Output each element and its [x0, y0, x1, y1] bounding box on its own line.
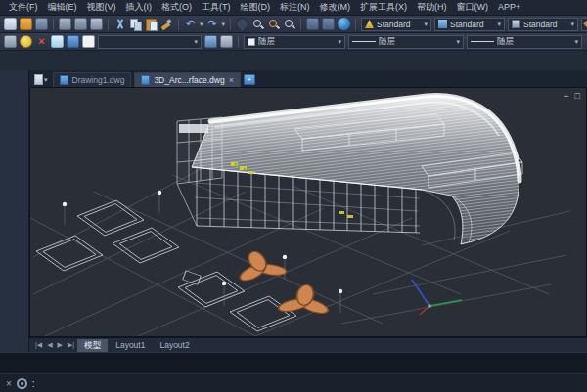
menu-bar: 文件(F) 编辑(E) 视图(V) 插入(I) 格式(O) 工具(T) 绘图(D… — [0, 0, 587, 16]
mleader-style-combo[interactable]: Standard — [581, 18, 587, 31]
layer-freeze-icon[interactable] — [51, 35, 64, 48]
menu-help[interactable]: 帮助(H) — [412, 0, 452, 15]
command-history[interactable] — [0, 353, 587, 373]
tab-layout1[interactable]: Layout1 — [109, 339, 152, 352]
layer-previous-icon[interactable] — [220, 35, 233, 48]
text-style-value: Standard — [377, 20, 421, 29]
layout-tab-bar: |◀ ◀ ▶ ▶| 模型 Layout1 Layout2 — [29, 337, 587, 352]
chevron-down-icon: ▾ — [571, 18, 575, 30]
copy-icon[interactable] — [129, 18, 142, 30]
tab-nav-first-icon[interactable]: |◀ — [33, 341, 44, 349]
menu-modify[interactable]: 修改(M) — [315, 0, 356, 15]
undo-caret-icon[interactable]: ▾ — [200, 18, 203, 30]
toolbar-separator — [53, 19, 54, 30]
plot-icon[interactable] — [59, 18, 71, 30]
menu-app-plus[interactable]: APP+ — [493, 0, 525, 15]
paste-icon[interactable] — [145, 18, 158, 30]
chevron-down-icon: ▾ — [456, 35, 460, 48]
text-style-combo[interactable]: Standard ▾ — [361, 18, 431, 31]
color-control-combo[interactable]: 随层 ▾ — [244, 35, 345, 49]
drawing-viewport[interactable]: − □ — [29, 87, 587, 337]
layer-unlock-icon[interactable] — [67, 35, 79, 48]
toolbar-separator — [230, 19, 231, 30]
menu-tools[interactable]: 工具(T) — [197, 0, 236, 15]
restore-window-icon[interactable]: □ — [575, 91, 580, 101]
close-tab-icon[interactable]: × — [229, 75, 234, 85]
menu-dimension[interactable]: 标注(N) — [275, 0, 315, 15]
menu-edit[interactable]: 编辑(E) — [43, 0, 82, 15]
toolbar-separator — [178, 19, 179, 30]
command-settings-icon[interactable] — [17, 378, 27, 389]
zoom-realtime-icon[interactable] — [251, 18, 264, 30]
lineweight-sample-icon — [471, 41, 494, 42]
toolbar-spacer-row — [0, 51, 587, 70]
menu-draw[interactable]: 绘图(D) — [236, 0, 276, 15]
mleader-style-icon — [583, 18, 587, 30]
document-tab-bar: ▾ Drawing1.dwg 3D_Arc...rface.dwg × + — [29, 70, 587, 87]
layers-properties-toolbar: × ▾ 随层 ▾ 随层 ▾ 随层 ▾ — [0, 33, 587, 51]
lineweight-control-combo[interactable]: 随层 ▾ — [467, 35, 582, 49]
linetype-control-combo[interactable]: 随层 ▾ — [348, 35, 464, 49]
designcenter-panel-icon[interactable] — [322, 18, 335, 30]
cut-icon[interactable] — [113, 18, 126, 30]
render-sphere-icon[interactable] — [338, 18, 350, 30]
layer-select-combo[interactable]: ▾ — [98, 35, 202, 49]
tab-drawing1[interactable]: Drawing1.dwg — [53, 72, 132, 87]
chevron-down-icon: ▾ — [194, 35, 198, 48]
chevron-down-icon: ▾ — [574, 35, 578, 48]
zoom-window-icon[interactable] — [267, 18, 280, 30]
close-command-icon[interactable]: × — [6, 378, 12, 389]
left-dock-strip — [0, 70, 29, 352]
facade-sign — [179, 124, 208, 133]
publish-icon[interactable] — [90, 18, 103, 30]
minimize-window-icon[interactable]: − — [564, 91, 568, 101]
zoom-previous-icon[interactable] — [283, 18, 295, 30]
table-style-value: Standard — [523, 20, 567, 29]
layer-color-swatch-icon[interactable] — [82, 35, 95, 48]
dwg-file-icon — [141, 75, 150, 85]
table-style-combo[interactable]: Standard ▾ — [508, 18, 578, 31]
tab-nav-last-icon[interactable]: ▶| — [66, 341, 76, 349]
chevron-down-icon: ▾ — [498, 18, 502, 30]
tab-layout2[interactable]: Layout2 — [153, 339, 196, 352]
menu-insert[interactable]: 插入(I) — [121, 0, 158, 15]
toolbar-separator — [238, 36, 239, 48]
preview-icon[interactable] — [74, 18, 87, 30]
menu-view[interactable]: 视图(V) — [82, 0, 121, 15]
dimension-style-value: Standard — [450, 20, 494, 29]
menu-format[interactable]: 格式(O) — [157, 0, 197, 15]
building-wireframe — [177, 96, 522, 244]
document-area: ▾ Drawing1.dwg 3D_Arc...rface.dwg × + − … — [29, 70, 587, 352]
make-layer-current-icon[interactable] — [204, 35, 217, 48]
tab-nav-prev-icon[interactable]: ◀ — [45, 341, 54, 349]
text-style-icon — [365, 20, 374, 28]
dimension-style-combo[interactable]: Standard ▾ — [434, 18, 505, 31]
undo-icon[interactable]: ↶ — [184, 18, 197, 30]
standard-toolbar: ↶ ▾ ↷ ▾ Standard ▾ Standard ▾ Standard ▾… — [0, 16, 587, 33]
layer-properties-icon[interactable] — [4, 35, 17, 48]
command-window: × : — [0, 352, 587, 392]
redo-caret-icon[interactable]: ▾ — [222, 18, 226, 30]
tab-model[interactable]: 模型 — [77, 339, 108, 352]
save-icon[interactable] — [35, 18, 48, 30]
pan-realtime-icon[interactable] — [233, 16, 250, 33]
lineweight-control-value: 随层 — [497, 36, 571, 48]
layer-delete-icon[interactable]: × — [35, 35, 48, 48]
new-tab-button[interactable]: + — [244, 74, 255, 85]
color-swatch-icon — [248, 38, 255, 46]
menu-window[interactable]: 窗口(W) — [452, 0, 494, 15]
tab-3d-arc-surface[interactable]: 3D_Arc...rface.dwg × — [134, 72, 241, 87]
chevron-down-icon: ▾ — [44, 73, 48, 86]
new-file-icon[interactable] — [4, 18, 17, 30]
menu-express-tools[interactable]: 扩展工具(X) — [355, 0, 412, 15]
match-properties-icon[interactable] — [160, 18, 173, 30]
menu-file[interactable]: 文件(F) — [4, 0, 43, 15]
tab-nav-next-icon[interactable]: ▶ — [56, 341, 65, 349]
redo-icon[interactable]: ↷ — [206, 18, 219, 30]
drawing-menu-button[interactable]: ▾ — [32, 72, 50, 86]
open-folder-icon[interactable] — [20, 18, 32, 30]
viewport-window-buttons: − □ — [564, 91, 580, 101]
layer-on-off-icon[interactable] — [20, 35, 32, 48]
linetype-control-value: 随层 — [379, 36, 453, 48]
properties-panel-icon[interactable] — [306, 18, 319, 30]
